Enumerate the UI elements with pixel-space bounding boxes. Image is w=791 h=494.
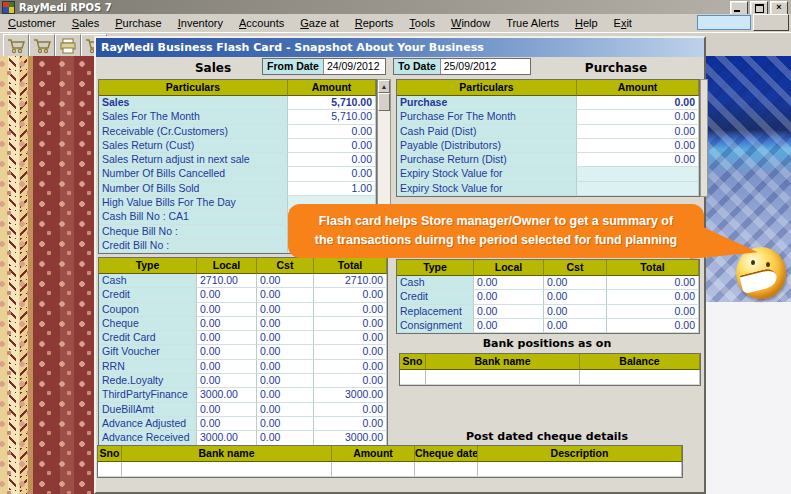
table-row xyxy=(98,462,682,477)
table-row: Cash Paid (Dist)0.00 xyxy=(397,125,699,139)
menu-accounts[interactable]: Accounts xyxy=(231,15,292,32)
table-cell: 3000.00 xyxy=(314,431,387,445)
flash-card-content: Sales From Date 24/09/2012 To Date 25/09… xyxy=(96,57,704,492)
table-cell: 0.00 xyxy=(314,403,387,417)
column-header: Amount xyxy=(577,80,699,96)
table-cell: 0.00 xyxy=(314,360,387,374)
table-cell: ThirdPartyFinance xyxy=(99,388,197,402)
table-cell: 0.00 xyxy=(257,431,314,445)
table-cell: Cheque Bill No : xyxy=(99,225,288,239)
table-cell: 0.00 xyxy=(257,317,314,331)
table-header-row: Sno Bank name Amount Cheque date Descrip… xyxy=(98,446,682,462)
table-cell: Cash xyxy=(99,274,197,288)
menu-true-alerts[interactable]: True Alerts xyxy=(498,15,567,32)
table-cell: 0.00 xyxy=(314,288,387,302)
table-row: RRN0.000.000.00 xyxy=(99,360,387,374)
table-cell: Gift Voucher xyxy=(99,345,197,359)
table-row: Credit Card0.000.000.00 xyxy=(99,331,387,345)
table-cell: 0.00 xyxy=(257,331,314,345)
menu-help[interactable]: Help xyxy=(567,15,606,32)
column-header: Local xyxy=(474,260,544,276)
column-header: Cheque date xyxy=(415,446,478,462)
table-cell: Rede.Loyalty xyxy=(99,374,197,388)
table-cell: Cash Bill No : CA1 xyxy=(99,210,288,224)
table-cell: 0.00 xyxy=(607,319,699,333)
table-cell: 0.00 xyxy=(197,417,257,431)
from-date-label: From Date xyxy=(263,59,324,74)
bank-positions-table: Sno Bank name Balance xyxy=(399,353,701,386)
purchase-particulars-table: Particulars Amount Purchase0.00Purchase … xyxy=(396,79,700,197)
column-header: Balance xyxy=(580,354,700,370)
table-row: Expiry Stock Value for xyxy=(397,167,699,181)
column-header: Particulars xyxy=(99,80,288,96)
table-cell: RRN xyxy=(99,360,197,374)
menu-corner-button[interactable] xyxy=(753,14,789,31)
table-cell: Advance Received xyxy=(99,431,197,445)
scroll-up-icon[interactable]: ▲ xyxy=(378,80,390,93)
from-date-input[interactable]: 24/09/2012 xyxy=(324,59,383,74)
table-row: Gift Voucher0.000.000.00 xyxy=(99,345,387,359)
purchase-table-scrollbar[interactable] xyxy=(700,79,708,197)
table-cell xyxy=(478,462,682,477)
menu-customer[interactable]: Customer xyxy=(0,15,64,32)
table-row: DueBillAmt0.000.000.00 xyxy=(99,403,387,417)
table-row: Advance Received3000.000.003000.00 xyxy=(99,431,387,445)
table-cell: 0.00 xyxy=(257,360,314,374)
menu-indicator xyxy=(697,15,751,30)
table-cell: Credit xyxy=(99,288,197,302)
cart-icon[interactable] xyxy=(29,34,55,58)
table-cell: 0.00 xyxy=(288,153,376,167)
scrollbar-thumb[interactable] xyxy=(378,93,390,111)
table-row: Credit0.000.000.00 xyxy=(99,288,387,302)
table-cell: 0.00 xyxy=(257,345,314,359)
table-cell: Expiry Stock Value for xyxy=(397,167,577,181)
table-cell xyxy=(332,462,415,477)
table-row: Receivable (Cr.Customers)0.00 xyxy=(99,125,376,139)
table-cell xyxy=(415,462,478,477)
table-row: Expiry Stock Value for xyxy=(397,182,699,196)
to-date-input[interactable]: 25/09/2012 xyxy=(441,59,500,74)
table-cell: 0.00 xyxy=(257,303,314,317)
table-cell: 0.00 xyxy=(577,96,699,110)
minimize-icon[interactable] xyxy=(730,1,748,15)
table-header-row: Type Local Cst Total xyxy=(397,260,699,276)
table-row: Consignment0.000.000.00 xyxy=(397,319,699,333)
table-header-row: Particulars Amount xyxy=(397,80,699,96)
table-row: Cheque0.000.000.00 xyxy=(99,317,387,331)
restore-icon[interactable] xyxy=(750,1,768,15)
menu-sales[interactable]: Sales xyxy=(64,15,108,32)
column-header: Particulars xyxy=(397,80,577,96)
table-cell: 0.00 xyxy=(257,274,314,288)
table-cell: 0.00 xyxy=(544,290,607,304)
menu-inventory[interactable]: Inventory xyxy=(170,15,231,32)
table-cell: 0.00 xyxy=(257,374,314,388)
smiley-face-icon xyxy=(736,247,786,299)
table-header-row: Type Local Cst Total xyxy=(99,258,387,274)
table-cell: Payable (Distributors) xyxy=(397,139,577,153)
menu-reports[interactable]: Reports xyxy=(347,15,402,32)
cart-icon[interactable] xyxy=(3,34,29,58)
table-cell: Receivable (Cr.Customers) xyxy=(99,125,288,139)
close-icon[interactable]: × xyxy=(770,1,788,15)
column-header: Total xyxy=(607,260,699,276)
table-cell: 0.00 xyxy=(544,319,607,333)
table-cell: 0.00 xyxy=(314,317,387,331)
table-cell: Sales Return adjust in next sale xyxy=(99,153,288,167)
column-header: Description xyxy=(478,446,682,462)
menu-exit[interactable]: Exit xyxy=(606,15,640,32)
printer-icon[interactable] xyxy=(55,34,81,58)
to-date-label: To Date xyxy=(394,59,441,74)
table-cell: 0.00 xyxy=(544,305,607,319)
menu-window[interactable]: Window xyxy=(443,15,498,32)
table-cell: Sales Return (Cust) xyxy=(99,139,288,153)
menu-tools[interactable]: Tools xyxy=(401,15,443,32)
table-row: Sales Return (Cust)0.00 xyxy=(99,139,376,153)
table-row: Credit0.000.000.00 xyxy=(397,290,699,304)
table-cell: 0.00 xyxy=(288,139,376,153)
menu-purchase[interactable]: Purchase xyxy=(107,15,169,32)
table-cell: High Value Bills For The Day xyxy=(99,196,288,210)
menu-gaze-at[interactable]: Gaze at xyxy=(292,15,347,32)
purchase-section-label: Purchase xyxy=(566,61,666,75)
table-row: Cash0.000.000.00 xyxy=(397,276,699,290)
post-dated-title: Post dated cheque details xyxy=(396,430,698,443)
